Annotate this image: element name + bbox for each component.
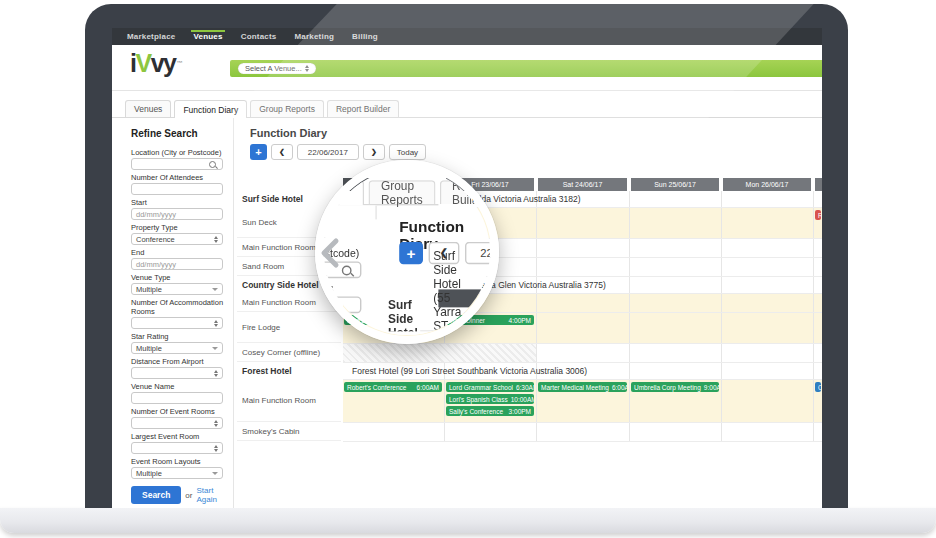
event-room-layouts-select[interactable]: Multiple [131, 467, 223, 479]
room-row: Cosey Corner (offline) [237, 344, 822, 363]
end-input[interactable]: dd/mm/yyyy [131, 258, 223, 270]
field-value [136, 185, 138, 194]
field-value [136, 160, 138, 169]
day-header-sat-24-06-17[interactable]: Sat 24/06/17 [538, 178, 627, 191]
venue-type-select[interactable]: Multiple [131, 283, 223, 295]
select-stepper-icon [214, 420, 218, 427]
diary-toolbar: + ❮ 22/06/2017 ❯ Today [250, 144, 426, 160]
event-chip[interactable]: Sally's Conference3:00PM [446, 406, 534, 416]
offline-hatch [343, 344, 536, 362]
room-row: Main Function RoomRogue Dinner Function6… [237, 294, 822, 313]
add-booking-button[interactable]: + [250, 144, 267, 160]
room-label: Main Function Room [237, 380, 341, 422]
event-title: O [818, 384, 821, 391]
hotel-name-label: Country Side Hotel [237, 277, 341, 293]
day-header-sun-25-06-17[interactable]: Sun 25/06/17 [631, 178, 719, 191]
venue-select-label: Select A Venue... [245, 64, 302, 73]
room-schedule-cosey-corner-offline [343, 344, 822, 363]
event-chip[interactable]: Lori's Spanish Class10:00AM [446, 394, 534, 404]
laptop-mockup: MarketplaceVenuesContactsMarketingBillin… [0, 0, 936, 538]
diary-date-field[interactable]: 22/06/2017 [297, 144, 359, 160]
refine-search-panel: Refine Search Location (City or Postcode… [112, 118, 234, 508]
logo-text-rest: vy [151, 49, 176, 77]
logo-accent-letter: V [135, 49, 150, 77]
field-label: Start [131, 198, 227, 207]
room-label: Main Function Room [237, 294, 341, 312]
field-location-city-or-postcode: Location (City or Postcode) [131, 148, 233, 170]
search-button[interactable]: Search [131, 486, 181, 504]
tab-report-builder[interactable]: Report Builder [327, 100, 399, 117]
venue-select-dropdown[interactable]: Select A Venue... [238, 63, 316, 74]
field-label: Venue Name [131, 382, 227, 391]
event-chip[interactable]: Umbrella Corp Meeting9:00AM [631, 382, 719, 392]
field-value: Multiple [136, 469, 162, 478]
dropdown-caret-icon [212, 472, 218, 475]
field-label: Property Type [131, 223, 227, 232]
field-star-rating: Star RatingMultiple [131, 332, 233, 354]
field-value: Multiple [136, 285, 162, 294]
number-of-attendees-input[interactable] [131, 183, 223, 195]
tab-function-diary[interactable]: Function Diary [174, 100, 247, 118]
nav-item-contacts[interactable]: Contacts [232, 28, 286, 45]
prev-day-button[interactable]: ❮ [271, 144, 293, 160]
distance-from-airport-select[interactable] [131, 367, 223, 379]
dropdown-caret-icon [212, 347, 218, 350]
select-stepper-icon [305, 65, 309, 72]
nav-item-marketplace[interactable]: Marketplace [118, 28, 184, 45]
event-chip[interactable]: Marter Medical Meeting6:00AM [538, 382, 627, 392]
field-value [136, 444, 138, 453]
field-label: Venue Type [131, 273, 227, 282]
field-label: Number Of Accommodation Rooms [131, 298, 227, 316]
day-header-mon-26-06-17[interactable]: Mon 26/06/17 [723, 178, 811, 191]
number-of-event-rooms-select[interactable] [131, 417, 223, 429]
select-stepper-icon [214, 370, 218, 377]
room-row: Main Function RoomRobert's Conference6:0… [237, 380, 822, 423]
event-chip[interactable]: Robert's Conference6:00AM [344, 382, 442, 392]
hotel-name-label: Surf Side Hotel [237, 191, 341, 207]
event-time: 6:00AM [417, 384, 439, 391]
select-stepper-icon [214, 236, 218, 243]
field-venue-type: Venue TypeMultiple [131, 273, 233, 295]
field-event-room-layouts: Event Room LayoutsMultiple [131, 457, 233, 479]
star-rating-select[interactable]: Multiple [131, 342, 223, 354]
event-chip[interactable]: Lord Grammar School6:30AM [446, 382, 534, 392]
field-value [136, 369, 138, 378]
field-value: dd/mm/yyyy [136, 260, 176, 269]
venue-name-input[interactable] [131, 392, 223, 404]
chevron-left-icon[interactable] [319, 237, 341, 269]
function-diary-panel: Function Diary + ❮ 22/06/2017 ❯ Today Th… [235, 118, 822, 508]
function-diary-title: Function Diary [250, 127, 327, 139]
room-row: Smokey's Cabin [237, 423, 822, 442]
tab-group-reports[interactable]: Group Reports [250, 100, 324, 117]
field-venue-name: Venue Name [131, 382, 233, 404]
nav-item-billing[interactable]: Billing [343, 28, 387, 45]
field-value: Conference [136, 235, 175, 244]
today-button[interactable]: Today [389, 144, 426, 160]
property-type-select[interactable]: Conference [131, 233, 223, 245]
event-title: Sally's Conference [449, 408, 503, 415]
next-day-button[interactable]: ❯ [363, 144, 385, 160]
start-again-link[interactable]: Start Again [196, 486, 233, 504]
start-input[interactable]: dd/mm/yyyy [131, 208, 223, 220]
field-value [136, 319, 138, 328]
function-diary-grid: Thu 22/06/17Fri 23/06/17Sat 24/06/17Sun … [237, 178, 822, 442]
event-time: 4:00PM [509, 317, 531, 324]
calendar-header-row: Thu 22/06/17Fri 23/06/17Sat 24/06/17Sun … [237, 178, 822, 191]
nav-item-marketing[interactable]: Marketing [286, 28, 344, 45]
location-city-or-postcode-input[interactable] [131, 158, 223, 170]
nav-item-venues[interactable]: Venues [184, 28, 231, 45]
event-time: 9:00AM [704, 384, 719, 391]
field-number-of-accommodation-rooms: Number Of Accommodation Rooms [131, 298, 233, 329]
number-of-accommodation-rooms-select[interactable] [131, 317, 223, 329]
hotel-header-row: Forest HotelForest Hotel (99 Lori Street… [237, 363, 822, 380]
dropdown-caret-icon [212, 288, 218, 291]
event-chip[interactable]: R [815, 210, 821, 220]
magnifier-lens: MarketplaceVenuesContactsMarketingBillin… [324, 169, 490, 335]
select-stepper-icon [214, 445, 218, 452]
navbar: MarketplaceVenuesContactsMarketingBillin… [112, 28, 822, 45]
largest-event-room-select[interactable] [131, 442, 223, 454]
hotel-header: Forest Hotel (99 Lori Street Southbank V… [343, 363, 822, 380]
tab-venues[interactable]: Venues [125, 100, 171, 117]
calendar-corner [237, 178, 341, 191]
event-chip[interactable]: O [815, 382, 821, 392]
